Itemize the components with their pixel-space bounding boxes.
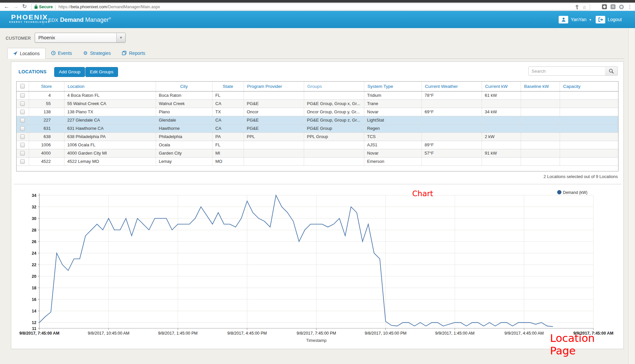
cell-system-type: AJS1 (364, 141, 421, 149)
cell-groups (304, 149, 364, 157)
cell-store: 227 (29, 116, 64, 124)
cell-current-weather: 89°F (421, 141, 482, 149)
tab-locations[interactable]: Locations (7, 48, 46, 59)
cell-current-kw: 91 kW (482, 149, 521, 157)
row-checkbox[interactable] (20, 134, 25, 139)
row-checkbox[interactable] (20, 151, 25, 156)
divider (14, 184, 621, 184)
select-all-checkbox[interactable] (20, 84, 25, 89)
table-row-store-1006[interactable]: 10061006 Ocala FLOcalaFLAJS189°F (17, 141, 618, 149)
locations-panel: LOCATIONS Add Group Edit Groups StoreLoc… (11, 61, 624, 349)
bookmark-star-icon[interactable]: ☆ (582, 5, 586, 10)
x-tick-label: 9/9/2017, 1:45:00 AM (435, 331, 475, 336)
row-checkbox[interactable] (20, 126, 25, 131)
cell-current-kw: 2 kW (482, 132, 521, 141)
password-key-icon[interactable] (575, 5, 579, 10)
cell-current-weather (421, 116, 482, 124)
browser-menu-icon[interactable]: ⋮ (627, 4, 632, 10)
cell-store: 4522 (29, 157, 64, 165)
row-checkbox[interactable] (20, 118, 25, 123)
cell-current-kw (482, 99, 521, 108)
page-scrollbar[interactable] (628, 28, 634, 364)
row-checkbox-cell (17, 91, 29, 99)
cell-system-type: LightStat (364, 116, 421, 124)
table-row-store-631[interactable]: 631631 Hawthorne CAHawthorneCAPG&EPG&E G… (17, 124, 618, 132)
column-header-store[interactable]: Store (29, 82, 64, 91)
logout-label: Logout (608, 17, 622, 22)
x-tick-label: 9/8/2017, 10:45:00 AM (88, 331, 130, 336)
table-row-store-4000[interactable]: 40004000 Garden City MIGarden CityMINova… (17, 149, 618, 157)
chevron-down-icon: ▾ (589, 18, 591, 21)
logout-icon (596, 16, 605, 23)
url-bar[interactable]: Secure | https://beta.phoenixet.com/Dema… (31, 3, 590, 10)
cell-program-provider: PG&E (244, 124, 304, 132)
browser-forward-button[interactable]: → (12, 3, 20, 11)
row-checkbox[interactable] (20, 159, 25, 164)
cell-capacity (560, 108, 618, 116)
customer-select[interactable]: Phoenix ▼ (35, 33, 126, 43)
cell-groups: PPL Group (304, 132, 364, 141)
browser-toolbar: ← → ↻ Secure | https://beta.phoenixet.co… (0, 3, 635, 11)
search-icon (609, 69, 614, 74)
cell-location: 631 Hawthorne CA (64, 124, 156, 132)
app-header: PHOENIX ENERGY TECHNOLOGIES EDXDemand Ma… (0, 11, 635, 28)
y-tick-label: 16 (32, 297, 36, 302)
table-row-store-138[interactable]: 138138 Plano TXPlanoTXOncorOncor Group, … (17, 108, 618, 116)
table-row-store-638[interactable]: 638638 Philadelphia PAPhiladelphiaPAPPLP… (17, 132, 618, 141)
table-row-store-55[interactable]: 5555 Walnut Creek CAWalnut CreekCAPG&EPG… (17, 99, 618, 108)
extension-icon-1[interactable] (602, 4, 607, 9)
cell-current-weather: 57°F (421, 149, 482, 157)
column-header-current-kw[interactable]: Current kW (482, 82, 521, 91)
row-checkbox-cell (17, 99, 29, 108)
table-row-store-4[interactable]: 44 Boca Raton FLBoca RatonFLTridium78°F6… (17, 91, 618, 99)
tab-reports[interactable]: Reports (116, 48, 151, 58)
header-divider (43, 14, 43, 25)
cell-city: Philadelphia (156, 132, 212, 141)
cell-current-weather (421, 99, 482, 108)
browser-reload-button[interactable]: ↻ (20, 3, 28, 11)
column-header-location[interactable]: Location (64, 82, 156, 91)
cell-city: Garden City (156, 149, 212, 157)
column-header-system-type[interactable]: System Type (364, 82, 421, 91)
column-header-current-weather[interactable]: Current Weather (421, 82, 482, 91)
annotation-location-page: Location Page (550, 332, 623, 357)
cell-store: 1006 (29, 141, 64, 149)
tab-strategies[interactable]: ⚙ Strategies (78, 48, 117, 58)
x-tick-label: 9/8/2017, 4:45:00 PM (227, 331, 267, 336)
table-row-store-227[interactable]: 227227 Glendale CAGlendaleCAPG&EPG&E Gro… (17, 116, 618, 124)
row-checkbox[interactable] (20, 143, 25, 147)
search-button[interactable] (605, 66, 618, 76)
column-header-capacity[interactable]: Capacity (560, 82, 618, 91)
row-checkbox[interactable] (20, 93, 25, 98)
row-checkbox[interactable] (20, 110, 25, 114)
screen: ← → ↻ Secure | https://beta.phoenixet.co… (0, 0, 635, 364)
cell-current-weather: 69°F (421, 108, 482, 116)
cell-current-weather: 78°F (421, 91, 482, 99)
cell-baseline-kw (521, 116, 560, 124)
column-header-state[interactable]: State (212, 82, 244, 91)
extension-icon-2[interactable] (619, 5, 624, 9)
cell-state: PA (212, 132, 244, 141)
search-input[interactable] (528, 66, 605, 76)
column-header-baseline-kw[interactable]: Baseline kW (521, 82, 560, 91)
column-header-program-provider[interactable]: Program Provider (244, 82, 304, 91)
edit-groups-button[interactable]: Edit Groups (85, 67, 118, 77)
cell-baseline-kw (521, 108, 560, 116)
cell-program-provider: PPL (244, 132, 304, 141)
logout-button[interactable]: Logout (596, 16, 622, 23)
browser-back-button[interactable]: ← (3, 3, 11, 11)
column-header-city[interactable]: City (156, 82, 212, 91)
cell-store: 138 (29, 108, 64, 116)
table-row-store-4522[interactable]: 45224522 Lemay MOLemayMOEmerson (17, 157, 618, 165)
add-group-button[interactable]: Add Group (54, 67, 85, 77)
x-tick-label: 9/8/2017, 7:45:00 PM (297, 331, 336, 336)
user-icon (559, 16, 568, 23)
row-checkbox[interactable] (20, 101, 25, 106)
cell-location: 138 Plano TX (64, 108, 156, 116)
y-tick-label: 18 (32, 286, 36, 290)
extension-icon-g[interactable]: G (611, 4, 615, 9)
tab-events[interactable]: Events (46, 48, 78, 58)
column-header-groups[interactable]: Groups (304, 82, 364, 91)
user-menu[interactable]: YanYan ▾ (559, 16, 591, 23)
page-content: CUSTOMER Phoenix ▼ Locations Events ⚙ St… (0, 28, 635, 364)
